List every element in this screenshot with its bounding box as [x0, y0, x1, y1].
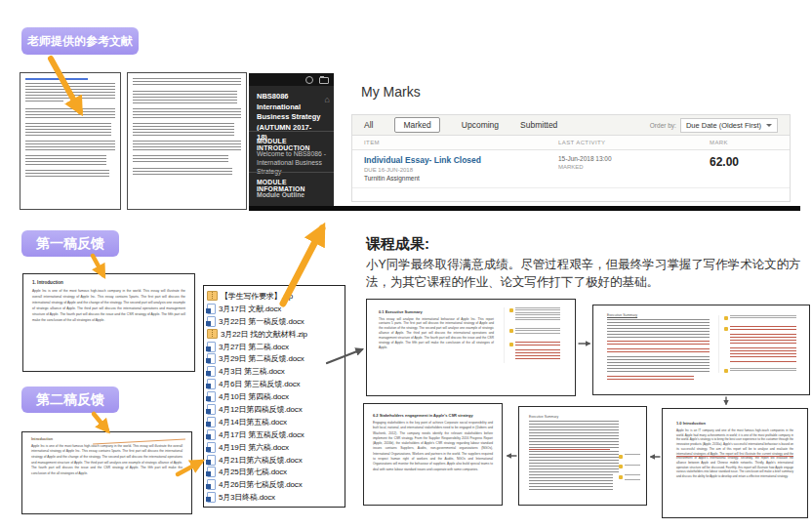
- tab-submitted[interactable]: Submitted: [520, 120, 557, 130]
- marks-table-header: ITEM LAST ACTIVITY MARK: [352, 136, 790, 150]
- tab-all[interactable]: All: [364, 120, 373, 130]
- word-doc-icon: [207, 316, 216, 327]
- flow-thumb-csr-final: 6.2 Stakeholders engagement in Apple's C…: [363, 403, 503, 506]
- outcome-title: 课程成果:: [366, 235, 429, 254]
- list-item[interactable]: 4月25日第七稿.docx: [207, 466, 342, 478]
- page-title: My Marks: [361, 84, 421, 100]
- flow-b-heading: Executive Summary: [607, 313, 710, 317]
- column-item: ITEM: [364, 140, 558, 145]
- word-doc-icon: [207, 455, 216, 466]
- list-item[interactable]: 3月29日 第二稿反馈.docx: [207, 352, 342, 365]
- list-item[interactable]: 4月14日第五稿.docx: [207, 416, 342, 428]
- list-item[interactable]: 4月26日第七稿反馈.docx: [207, 478, 342, 491]
- list-item[interactable]: 4月17日 第五稿反馈.docx: [207, 428, 342, 441]
- flow-intro-body: Apple Inc is an IT company and one of th…: [676, 428, 793, 479]
- flow-thumb-exec-summary-1: 0.1 Executive Summary This essay will an…: [366, 299, 576, 396]
- course-title: NBS8086 International Business Strategy …: [257, 92, 321, 143]
- list-item[interactable]: 3月22日 第一稿反馈.docx: [207, 315, 342, 328]
- list-item[interactable]: 【学生写作要求】.zip: [207, 290, 342, 303]
- callout-draft2-feedback-label: 第二稿反馈: [36, 391, 104, 409]
- flow-d-heading: Executive Summary: [529, 415, 619, 419]
- column-mark: MARK: [710, 140, 778, 145]
- table-row: Individual Essay- Link Closed DUE 16-JUN…: [352, 150, 790, 188]
- flow-csr-body: Engaging stakeholders is the key point o…: [373, 421, 493, 472]
- word-doc-icon: [207, 417, 216, 427]
- flow-a-body: This essay will analyse the internationa…: [379, 317, 494, 350]
- comment-icon: [509, 343, 513, 346]
- order-by-value: Due Date (Oldest First): [686, 121, 761, 130]
- mark-value: 62.00: [710, 155, 778, 169]
- reference-link-line: [25, 78, 88, 80]
- list-item[interactable]: 4月19日 第六稿.docx: [207, 441, 342, 454]
- list-item[interactable]: 4月12日第四稿反馈.docx: [207, 403, 342, 416]
- folder-icon[interactable]: [319, 77, 329, 85]
- list-item[interactable]: 4月10日 第四稿.docx: [207, 390, 342, 403]
- draft-file-list: 【学生写作要求】.zip 3月17日 文献.docx 3月22日 第一稿反馈.d…: [203, 285, 345, 508]
- flow-thumb-exec-summary-3: Executive Summary: [518, 406, 647, 506]
- last-activity-value: 15-Jun-2018 13:00: [558, 155, 710, 162]
- word-doc-icon: [207, 492, 216, 503]
- word-doc-icon: [207, 379, 216, 389]
- outcome-text: 小Y同学最终取得满意成绩。尽管过程艰辛，但最终学习掌握了写作学术论文的方法，为其…: [366, 256, 807, 291]
- arrow-draft2-label-to-doc: [94, 414, 107, 430]
- list-item[interactable]: 3月17日 文献.docx: [207, 303, 342, 315]
- comment-icon: [619, 465, 623, 468]
- comment-icon: [619, 475, 623, 479]
- list-item[interactable]: 4月21日第六稿反馈.docx: [207, 454, 342, 467]
- marks-panel: All Marked Upcoming Submitted Order by: …: [351, 114, 791, 202]
- comment-icon: [619, 455, 623, 459]
- flow-csr-heading: 6.2 Stakeholders engagement in Apple's C…: [373, 413, 493, 418]
- list-item[interactable]: 5月3日终稿.docx: [207, 491, 342, 504]
- reference-doc-page-2: [127, 72, 247, 210]
- page: 老师提供的参考文献 NBS8086 International Business…: [0, 0, 812, 529]
- flow-d-comments: [619, 454, 640, 480]
- zip-icon: [207, 291, 218, 301]
- word-doc-icon: [207, 366, 216, 377]
- word-doc-icon: [207, 467, 216, 477]
- draft2-feedback-doc: Introduction Apple Inc is one of the mos…: [21, 431, 192, 514]
- lms-bottom-strip: [249, 206, 800, 211]
- word-doc-icon: [207, 391, 216, 402]
- lms-screenshot: NBS8086 International Business Strategy …: [249, 73, 800, 211]
- list-item[interactable]: 4月6日 第三稿反馈.docx: [207, 378, 342, 390]
- assignment-link[interactable]: Individual Essay- Link Closed: [364, 155, 558, 165]
- tab-marked[interactable]: Marked: [394, 117, 439, 133]
- word-doc-icon: [207, 442, 216, 453]
- sidebar-item-module-outline[interactable]: Module Outline: [257, 190, 327, 199]
- word-doc-icon: [207, 429, 216, 440]
- order-by-dropdown[interactable]: Due Date (Oldest First): [680, 118, 778, 133]
- flow-a-heading: 0.1 Executive Summary: [379, 309, 494, 314]
- word-doc-icon: [207, 404, 216, 415]
- callout-draft2-feedback: 第二稿反馈: [21, 387, 119, 413]
- flow-thumb-exec-summary-2: Executive Summary: [592, 305, 810, 395]
- list-item[interactable]: 3月27日 第二稿.docx: [207, 341, 342, 353]
- flow-intro-heading: 1.0 Introduction: [676, 421, 793, 426]
- zip-icon: [207, 329, 218, 339]
- callout-draft1-feedback-label: 第一稿反馈: [36, 235, 104, 253]
- draft1-body: Apple Inc is one of the most famous high…: [32, 288, 185, 323]
- marks-tab-bar: All Marked Upcoming Submitted Order by: …: [352, 115, 790, 136]
- order-by: Order by: Due Date (Oldest First): [650, 118, 778, 133]
- order-by-label: Order by:: [650, 122, 676, 129]
- word-doc-icon: [207, 342, 216, 352]
- assignment-due: DUE 16-JUN-2018: [364, 167, 558, 173]
- callout-teacher-references: 老师提供的参考文献: [21, 27, 139, 55]
- home-icon[interactable]: ⌂: [325, 96, 330, 104]
- column-last-activity: LAST ACTIVITY: [558, 140, 710, 145]
- draft1-feedback-doc: 1. Introduction Apple Inc is one of the …: [22, 273, 195, 372]
- comment-icon: [509, 308, 513, 312]
- comment-icon: [724, 327, 728, 331]
- sidebar-divider: [249, 131, 334, 132]
- flow-b-comments: [718, 315, 796, 373]
- list-item[interactable]: 3月22日 找的文献材料.zip: [207, 328, 342, 341]
- sidebar-divider: [249, 172, 334, 173]
- tracked-change-line: [529, 449, 610, 450]
- circle-icon[interactable]: [305, 76, 313, 84]
- flow-thumb-intro-final: 1.0 Introduction Apple Inc is an IT comp…: [662, 408, 808, 518]
- comment-icon: [724, 369, 728, 373]
- draft2-body: Apple Inc is one of the most famous high…: [31, 444, 183, 477]
- reference-doc-page-1: [20, 72, 121, 210]
- list-item[interactable]: 4月3日 第三稿.docx: [207, 365, 342, 378]
- tab-upcoming[interactable]: Upcoming: [462, 120, 499, 130]
- comment-icon: [509, 329, 513, 333]
